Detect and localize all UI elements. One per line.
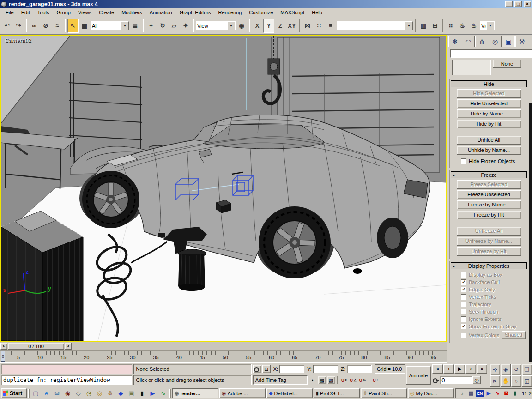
current-frame-field[interactable] [440, 376, 472, 384]
outlook-express-icon[interactable]: ✉ [52, 389, 62, 398]
menu-item[interactable]: Animation [146, 9, 176, 16]
tray-player-icon[interactable]: ▶ [485, 390, 492, 397]
freeze-rollout-button[interactable]: Unfreeze All [457, 227, 521, 236]
render-scene-button[interactable]: ♨ [457, 19, 468, 33]
menu-item[interactable]: Help [308, 9, 326, 16]
select-and-uniform-scale-button[interactable]: ▱ [169, 19, 180, 33]
task-adobe[interactable]: ◉ Adobe ... [219, 388, 266, 398]
track-view-button[interactable]: ▥ [418, 19, 429, 33]
play-button[interactable]: ▶ [454, 364, 465, 374]
select-and-manipulate-button[interactable]: ✦ [180, 19, 191, 33]
hide-rollout-header[interactable]: - Hide [451, 80, 527, 87]
maxscript-output-field[interactable]: duplicate fn: registerViewWindow [1, 375, 132, 385]
display-property-checkbox[interactable]: See-Through [451, 308, 527, 315]
task-debabelizer[interactable]: ◆ DeBabel... [266, 388, 313, 398]
add-time-tag[interactable]: Add Time Tag [253, 375, 308, 385]
restrict-to-z-button[interactable]: Z [275, 19, 286, 33]
crossing-toggle[interactable]: ▧ [327, 376, 335, 384]
display-property-checkbox[interactable]: Trajectory [451, 301, 527, 308]
task-mydocs[interactable]: ◎ My Doc... [408, 388, 454, 398]
hide-rollout-button[interactable]: Hide Selected [457, 89, 521, 98]
toolbar-item[interactable] [65, 19, 66, 32]
zoom-button[interactable]: ⊹ [490, 364, 500, 375]
menu-item[interactable]: Edit [18, 9, 34, 16]
toolbar-item[interactable] [193, 19, 194, 32]
toolbar-item[interactable] [143, 19, 144, 32]
tab-motion[interactable]: ◎ [489, 36, 502, 47]
acdsee-icon[interactable]: ◉ [63, 389, 73, 398]
restrict-to-xy-plane-button[interactable]: XY [286, 19, 297, 33]
selection-filter-dropdown[interactable]: All [91, 21, 129, 30]
vertex-colors-checkbox[interactable] [461, 332, 466, 338]
tab-create[interactable]: ✱ [448, 36, 461, 47]
rectangular-selection-region-button[interactable]: ▦ [79, 19, 90, 33]
select-by-name-button[interactable]: ≣ [130, 19, 141, 33]
mirror-button[interactable]: ⋈ [302, 19, 313, 33]
select-and-link-button[interactable]: ∞ [29, 19, 40, 33]
region-zoom-button[interactable]: ◱ [522, 375, 532, 387]
tab-modify[interactable]: ◠ [462, 36, 475, 47]
display-property-checkbox[interactable]: Edges Only [451, 286, 527, 293]
animate-button[interactable]: Animate [406, 366, 431, 385]
start-button[interactable]: Start [1, 388, 27, 398]
y-coord-field[interactable] [313, 365, 338, 373]
none-map-button[interactable]: None [493, 60, 521, 68]
display-property-checkbox[interactable]: Vertex Ticks [451, 293, 527, 301]
pan-button[interactable]: ✋ [501, 375, 511, 387]
display-property-checkbox[interactable]: Backface Cull [451, 278, 527, 286]
media-player-icon[interactable]: ▶ [148, 389, 157, 398]
menu-item[interactable]: Views [74, 9, 95, 16]
freeze-rollout-button[interactable]: Unfreeze by Hit [457, 247, 521, 256]
quick-render-button[interactable]: ♨ [468, 19, 479, 33]
restrict-to-y-button[interactable]: Y [263, 19, 274, 33]
viewport-label[interactable]: Camera02 [5, 37, 31, 44]
hide-rollout-button[interactable]: Unhide by Name... [457, 146, 521, 155]
task-paintshop[interactable]: ❉ Paint Sh... [361, 388, 407, 398]
restore-button[interactable]: □ [514, 1, 522, 7]
tray-close-icon[interactable]: ⊠ [502, 390, 510, 397]
arc-rotate-button[interactable]: ↺ [511, 364, 521, 375]
menu-item[interactable]: Modifiers [118, 9, 146, 16]
tray-swoosh-icon[interactable]: ∿ [494, 390, 501, 397]
menu-item[interactable]: Rendering [215, 9, 246, 16]
show-desktop-icon[interactable]: ▢ [31, 389, 41, 398]
freeze-rollout-header[interactable]: - Freeze [451, 171, 527, 178]
bind-to-space-warp-button[interactable]: ≈ [52, 19, 63, 33]
unlink-selection-button[interactable]: ⊘ [40, 19, 51, 33]
prodg-icon[interactable]: ▮ [137, 389, 147, 398]
key-mode-icon[interactable] [432, 376, 439, 384]
align-button[interactable]: ≡ [325, 19, 336, 33]
select-and-move-button[interactable]: + [145, 19, 157, 33]
freeze-rollout-button[interactable]: Freeze Unselected [457, 190, 521, 199]
freeze-rollout-button[interactable]: Freeze Selected [457, 180, 521, 189]
hide-rollout-button[interactable]: Unhide All [457, 136, 521, 145]
time-slider-prev-button[interactable]: < [0, 343, 7, 350]
track-bar-thumb[interactable]: 0 [1, 351, 5, 362]
tab-utilities[interactable]: ⚒ [515, 36, 528, 47]
freeze-rollout-button[interactable]: Freeze by Hit [457, 211, 521, 219]
3d-cube-icon[interactable]: ◇ [73, 389, 83, 398]
spinner-snap-toggle[interactable]: ∪↕ [371, 376, 380, 384]
close-button[interactable]: × [524, 1, 531, 7]
hide-rollout-button[interactable]: Hide Unselected [457, 99, 521, 108]
x-coord-field[interactable] [279, 365, 304, 373]
z-coord-field[interactable] [347, 365, 372, 373]
task-prodg[interactable]: ▮ ProDG T... [314, 388, 360, 398]
safe-icon[interactable]: ▣ [127, 389, 136, 398]
toolbar-item[interactable] [26, 19, 27, 32]
selection-lock-toggle[interactable] [253, 365, 261, 373]
redo-button[interactable]: ↷ [13, 19, 24, 33]
display-property-checkbox[interactable]: Display as Box [451, 271, 527, 278]
toolbar-item[interactable] [442, 19, 443, 32]
display-property-checkbox[interactable]: Ignore Extents [451, 315, 527, 323]
zoom-extents-button[interactable]: ◈ [501, 364, 511, 375]
hide-frozen-objects-checkbox[interactable]: Hide Frozen Objects [451, 157, 527, 165]
menu-item[interactable]: Create [95, 9, 118, 16]
toolbar-item[interactable] [299, 19, 300, 32]
menu-item[interactable]: Customize [245, 9, 277, 16]
scheduler-icon[interactable]: ◷ [84, 389, 94, 398]
select-and-rotate-button[interactable]: ↻ [157, 19, 168, 33]
object-name-field[interactable] [450, 49, 532, 58]
toolbar-item[interactable] [249, 19, 250, 32]
shaded-button[interactable]: Shaded [502, 331, 526, 339]
